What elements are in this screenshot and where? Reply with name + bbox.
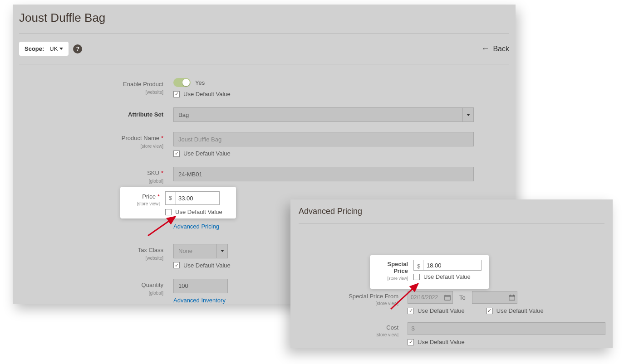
sp-scope: [store view] <box>387 276 408 281</box>
use-default-label: Use Default Value <box>418 339 465 345</box>
enable-toggle[interactable] <box>173 78 191 87</box>
attr-set-label: Attribute Set <box>19 111 163 119</box>
chevron-down-icon <box>467 114 470 116</box>
required-icon: * <box>161 170 163 176</box>
use-default-label: Use Default Value <box>175 209 222 215</box>
advanced-inventory-link[interactable]: Advanced Inventory <box>173 297 226 304</box>
currency-symbol: $ <box>414 260 424 270</box>
cost-input[interactable]: $ <box>408 322 605 335</box>
cost-scope: [store view] <box>375 332 398 337</box>
use-default-label: Use Default Value <box>496 307 544 314</box>
currency-symbol: $ <box>408 323 418 335</box>
sp-to-date[interactable] <box>472 291 517 304</box>
back-label: Back <box>493 45 509 53</box>
use-default-label: Use Default Value <box>423 273 471 280</box>
cost-default-checkbox[interactable] <box>408 339 414 345</box>
use-default-label: Use Default Value <box>418 307 465 314</box>
attr-set-value: Bag <box>174 112 462 118</box>
sku-scope: [global] <box>149 179 163 184</box>
currency-symbol: $ <box>166 192 176 204</box>
qty-scope: [global] <box>149 291 163 296</box>
price-value: 33.00 <box>176 195 219 202</box>
tax-select[interactable]: None <box>173 244 228 258</box>
scope-value: UK <box>49 45 58 52</box>
qty-input[interactable]: 100 <box>173 279 228 293</box>
arrow-left-icon <box>481 44 489 53</box>
to-label: To <box>459 294 466 301</box>
tax-value: None <box>174 248 216 254</box>
svg-line-9 <box>391 284 418 309</box>
annotation-arrow-icon <box>145 214 182 239</box>
attr-set-select[interactable]: Bag <box>173 107 474 122</box>
use-default-label: Use Default Value <box>183 262 231 269</box>
enable-scope: [website] <box>146 90 163 95</box>
cost-label: Cost <box>290 324 398 331</box>
tax-label: Tax Class <box>19 247 163 254</box>
chevron-down-icon <box>221 250 224 252</box>
chevron-down-icon <box>59 48 63 50</box>
back-button[interactable]: Back <box>481 44 509 53</box>
scope-selector[interactable]: Scope: UK <box>19 42 69 56</box>
annotation-arrow-icon <box>388 281 424 313</box>
scope-label: Scope: <box>25 45 44 52</box>
sp-label: Special Price <box>376 261 408 274</box>
enable-default-checkbox[interactable] <box>173 91 180 97</box>
enable-label: Enable Product <box>19 81 163 88</box>
divider <box>299 223 604 224</box>
required-icon: * <box>161 135 163 141</box>
name-scope: [store view] <box>140 144 163 149</box>
name-input[interactable]: Joust Duffle Bag <box>173 132 474 146</box>
price-label: Price <box>142 193 156 200</box>
calendar-icon[interactable] <box>507 291 517 303</box>
tax-default-checkbox[interactable] <box>173 262 180 268</box>
use-default-label: Use Default Value <box>183 150 231 157</box>
sp-default-checkbox[interactable] <box>413 274 420 280</box>
enable-toggle-text: Yes <box>195 79 205 86</box>
price-input[interactable]: $ 33.00 <box>165 191 220 205</box>
price-scope: [store view] <box>137 201 160 206</box>
svg-rect-1 <box>445 296 450 301</box>
sp-value: 18.00 <box>424 262 481 269</box>
sp-to-default-checkbox[interactable] <box>486 308 493 314</box>
sku-input[interactable]: 24-MB01 <box>173 167 474 181</box>
sp-input[interactable]: $ 18.00 <box>413 260 482 271</box>
qty-label: Quantity <box>19 281 163 289</box>
name-default-checkbox[interactable] <box>173 150 180 157</box>
sku-label: SKU <box>147 170 159 176</box>
page-title: Joust Duffle Bag <box>13 5 516 33</box>
help-icon[interactable]: ? <box>73 44 82 53</box>
name-label: Product Name <box>122 135 159 141</box>
required-icon: * <box>157 193 160 200</box>
adv-title: Advanced Pricing <box>290 199 613 223</box>
tax-scope: [website] <box>146 256 163 261</box>
svg-line-0 <box>148 217 175 236</box>
calendar-icon[interactable] <box>442 291 452 303</box>
svg-rect-5 <box>509 296 515 301</box>
sp-from-label: Special Price From <box>290 293 398 300</box>
use-default-label: Use Default Value <box>183 91 231 97</box>
